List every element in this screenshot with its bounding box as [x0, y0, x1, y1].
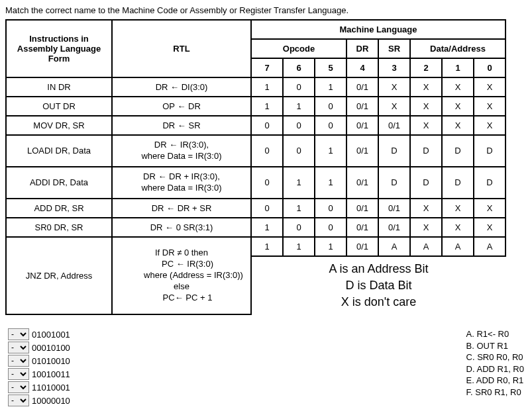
header-bit-4: 4 [346, 58, 378, 77]
bit-cell: X [410, 199, 442, 218]
bit-cell: 0/1 [346, 167, 378, 199]
rtl-line: If DR ≠ 0 then [155, 248, 208, 257]
header-bit-0: 0 [474, 58, 505, 77]
match-row: - 10010011 [8, 368, 70, 380]
table-row: IN DR DR ← DI(3:0) 1 0 1 0/1 X X X X [6, 77, 505, 97]
bit-cell: X [474, 116, 505, 135]
bottom-section: - 01001001 - 00010100 - 01010010 - 10010… [5, 328, 527, 406]
bit-cell: 1 [251, 77, 283, 97]
header-machine-language: Machine Language [251, 20, 505, 39]
bit-cell: 0 [315, 199, 346, 218]
bit-cell: D [410, 167, 442, 199]
bit-cell: D [442, 167, 474, 199]
answer-option: F. SR0 R1, R0 [466, 387, 524, 398]
answer-option: D. ADD R1, R0 [466, 363, 524, 375]
rtl-cell: OP ← DR [112, 97, 251, 116]
match-select[interactable]: - [8, 355, 29, 367]
header-bit-3: 3 [378, 58, 410, 77]
instr-cell: ADD DR, SR [6, 199, 112, 218]
bit-cell: X [410, 77, 442, 97]
bit-cell: 1 [315, 77, 346, 97]
answer-option: A. R1<- R0 [466, 328, 524, 340]
header-dr: DR [346, 39, 378, 58]
match-select[interactable]: - [8, 394, 29, 406]
bit-cell: X [442, 218, 474, 237]
bit-cell: A [442, 237, 474, 256]
bit-cell: 1 [283, 237, 315, 256]
bit-cell: D [474, 167, 505, 199]
instr-cell: JNZ DR, Address [6, 237, 112, 315]
match-code: 11010001 [32, 383, 70, 393]
header-data-address: Data/Address [410, 39, 505, 58]
bit-cell: 0/1 [346, 135, 378, 167]
match-code: 01010010 [32, 356, 70, 366]
bit-cell: 0 [251, 135, 283, 167]
match-code: 00010100 [32, 343, 70, 353]
table-row: JNZ DR, Address If DR ≠ 0 then PC ← IR(3… [6, 237, 505, 256]
bit-cell: X [474, 97, 505, 116]
match-select[interactable]: - [8, 328, 29, 340]
bit-cell: 1 [283, 199, 315, 218]
instr-cell: SR0 DR, SR [6, 218, 112, 237]
instr-cell: OUT DR [6, 97, 112, 116]
bit-cell: 0/1 [346, 97, 378, 116]
bit-cell: 1 [315, 135, 346, 167]
bit-cell: 0 [283, 77, 315, 97]
match-row: - 11010001 [8, 381, 70, 393]
rtl-line: where (Address = IR(3:0)) [118, 270, 245, 281]
bit-cell: D [410, 135, 442, 167]
bit-cell: 0 [283, 135, 315, 167]
rtl-line: DR ← DR + IR(3:0), [143, 171, 220, 181]
instr-cell: MOV DR, SR [6, 116, 112, 135]
bit-cell: X [474, 77, 505, 97]
rtl-cell: DR ← SR [112, 116, 251, 135]
bit-cell: X [378, 77, 410, 97]
match-select[interactable]: - [8, 368, 29, 380]
match-select[interactable]: - [8, 381, 29, 393]
table-row: ADD DR, SR DR ← DR + SR 0 1 0 0/1 0/1 X … [6, 199, 505, 218]
bit-cell: A [410, 237, 442, 256]
bit-cell: X [474, 218, 505, 237]
legend-x: X is don't care [257, 294, 500, 310]
rtl-line: PC← PC + 1 [118, 293, 245, 304]
match-list: - 01001001 - 00010100 - 01010010 - 10010… [8, 328, 70, 406]
bit-cell: 0 [251, 199, 283, 218]
bit-cell: 0/1 [378, 218, 410, 237]
bit-cell: 0 [315, 97, 346, 116]
rtl-line: DR ← IR(3:0), [154, 140, 209, 150]
answer-option: C. SR0 R0, R0 [466, 351, 524, 363]
answer-option: E. ADD R0, R1 [466, 375, 524, 387]
bit-cell: A [474, 237, 505, 256]
bit-cell: X [442, 116, 474, 135]
bit-cell: X [410, 218, 442, 237]
bit-cell: X [410, 97, 442, 116]
legend-a: A is an Address Bit [257, 261, 500, 277]
instr-cell: ADDI DR, Data [6, 167, 112, 199]
bit-cell: 0 [283, 218, 315, 237]
instr-cell: IN DR [6, 77, 112, 97]
bit-cell: D [378, 167, 410, 199]
match-code: 01001001 [32, 330, 70, 340]
bit-cell: 0 [251, 116, 283, 135]
bit-cell: 1 [283, 97, 315, 116]
bit-cell: 0/1 [378, 116, 410, 135]
table-row: MOV DR, SR DR ← SR 0 0 0 0/1 0/1 X X X [6, 116, 505, 135]
bit-cell: 1 [315, 237, 346, 256]
rtl-line: where Data = IR(3:0) [141, 151, 221, 161]
bit-cell: D [442, 135, 474, 167]
bit-cell: 1 [251, 218, 283, 237]
match-code: 10010011 [32, 369, 70, 379]
table-row: SR0 DR, SR DR ← 0 SR(3:1) 1 0 0 0/1 0/1 … [6, 218, 505, 237]
header-bit-6: 6 [283, 58, 315, 77]
bit-cell: 1 [251, 97, 283, 116]
table-row: OUT DR OP ← DR 1 1 0 0/1 X X X X [6, 97, 505, 116]
match-select[interactable]: - [8, 342, 29, 353]
header-sr: SR [378, 39, 410, 58]
rtl-cell: DR ← IR(3:0), where Data = IR(3:0) [112, 135, 251, 167]
bit-cell: X [474, 199, 505, 218]
match-code: 10000010 [32, 396, 70, 406]
instruction-table: Instructions in Assembly Language Form R… [5, 19, 506, 315]
bit-cell: 0 [283, 116, 315, 135]
question-prompt: Match the correct name to the Machine Co… [5, 5, 527, 15]
rtl-cell: DR ← DI(3:0) [112, 77, 251, 97]
